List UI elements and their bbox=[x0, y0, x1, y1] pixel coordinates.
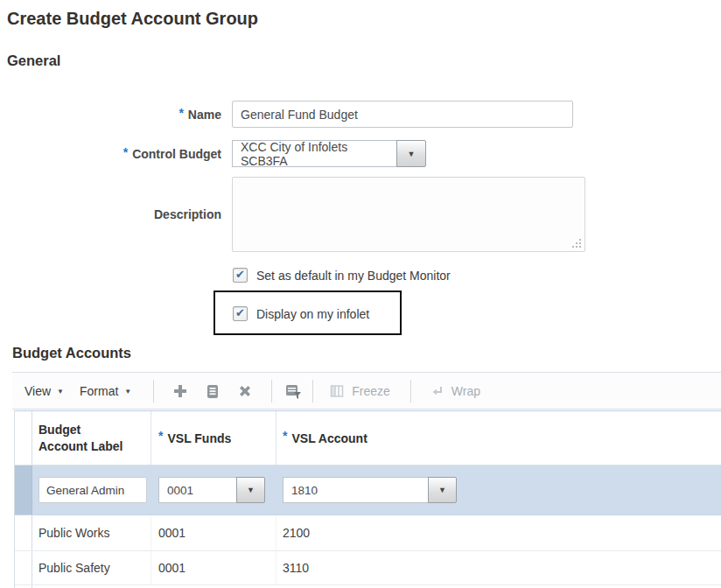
duplicate-icon bbox=[204, 382, 221, 400]
row-selector-header-cell[interactable] bbox=[15, 411, 32, 465]
description-label: Description bbox=[0, 177, 221, 252]
budget-accounts-table: Budget Account Label * VSL Funds * VSL A… bbox=[14, 410, 721, 588]
control-budget-dropdown[interactable]: XCC City of Infolets SCB3FA ▼ bbox=[232, 140, 426, 167]
format-menu-button[interactable]: Format ▼ bbox=[80, 384, 131, 398]
column-header-text: VSL Account bbox=[291, 431, 367, 445]
row-selector-cell[interactable] bbox=[15, 466, 32, 514]
vsl-funds-cell: 0001 ▼ bbox=[151, 466, 276, 514]
vsl-account-cell: 2100 bbox=[276, 515, 721, 550]
column-header-vsl-account[interactable]: * VSL Account bbox=[276, 411, 721, 465]
toolbar-separator bbox=[153, 380, 154, 402]
required-icon: * bbox=[178, 106, 183, 120]
wrap-button[interactable]: Wrap bbox=[429, 383, 480, 399]
vsl-funds-dropdown[interactable]: 0001 ▼ bbox=[158, 477, 265, 503]
table-row-selected[interactable]: 0001 ▼ 1810 ▼ bbox=[15, 466, 721, 515]
table-toolbar: View ▼ Format ▼ bbox=[12, 372, 721, 410]
required-icon: * bbox=[123, 145, 128, 159]
chevron-down-icon[interactable]: ▼ bbox=[396, 140, 426, 167]
column-header-vsl-funds[interactable]: * VSL Funds bbox=[151, 411, 276, 465]
freeze-label: Freeze bbox=[352, 384, 390, 398]
toolbar-separator bbox=[312, 380, 313, 402]
control-budget-label: * Control Budget bbox=[0, 140, 221, 167]
vsl-funds-cell: 0001 bbox=[151, 515, 276, 550]
table-row[interactable]: Public Works 0001 2100 bbox=[15, 515, 721, 551]
table-row[interactable]: Public Safety 0001 3110 bbox=[15, 551, 721, 585]
query-by-example-button[interactable] bbox=[284, 382, 303, 400]
column-header-text: Budget Account Label bbox=[38, 422, 130, 455]
toolbar-separator bbox=[271, 380, 272, 402]
view-menu-button[interactable]: View ▼ bbox=[24, 384, 64, 398]
budget-account-label-cell bbox=[32, 466, 151, 514]
default-monitor-checkbox-row: ✔ Set as default in my Budget Monitor bbox=[233, 268, 451, 283]
resize-grip-icon[interactable] bbox=[579, 246, 581, 248]
name-input[interactable] bbox=[232, 101, 573, 128]
chevron-down-icon: ▼ bbox=[57, 388, 64, 396]
chevron-down-icon[interactable]: ▼ bbox=[428, 477, 457, 503]
description-label-text: Description bbox=[154, 207, 221, 221]
section-heading-budget-accounts: Budget Accounts bbox=[12, 345, 131, 361]
name-label: * Name bbox=[0, 101, 221, 128]
column-header-text: VSL Funds bbox=[167, 431, 231, 445]
name-label-text: Name bbox=[188, 108, 221, 122]
budget-account-label-cell: Public Works bbox=[32, 515, 151, 550]
duplicate-row-button[interactable] bbox=[204, 382, 221, 400]
chevron-down-icon: ▼ bbox=[124, 388, 131, 396]
chevron-down-icon[interactable]: ▼ bbox=[236, 477, 265, 503]
description-field-frame bbox=[232, 177, 585, 252]
control-budget-label-text: Control Budget bbox=[132, 147, 221, 161]
description-textarea[interactable] bbox=[233, 178, 584, 251]
vsl-funds-cell: 0001 bbox=[151, 551, 276, 584]
infolet-checkbox-row: ✔ Display on my infolet bbox=[233, 306, 369, 321]
wrap-label: Wrap bbox=[452, 384, 480, 398]
default-monitor-checkbox-label: Set as default in my Budget Monitor bbox=[256, 269, 451, 283]
budget-account-label-cell: Public Safety bbox=[32, 551, 151, 584]
vsl-account-value[interactable]: 1810 bbox=[283, 477, 429, 503]
page: Create Budget Account Group General * Na… bbox=[0, 0, 721, 588]
view-menu-label: View bbox=[24, 384, 51, 398]
check-icon: ✔ bbox=[235, 307, 245, 318]
default-monitor-checkbox[interactable]: ✔ bbox=[233, 268, 248, 283]
infolet-checkbox[interactable]: ✔ bbox=[233, 306, 248, 321]
table-filter-icon bbox=[284, 382, 303, 400]
wrap-return-icon bbox=[429, 383, 444, 399]
required-icon: * bbox=[158, 429, 163, 443]
row-selector-cell[interactable] bbox=[15, 551, 32, 584]
delete-row-button[interactable] bbox=[236, 382, 254, 400]
toolbar-separator bbox=[410, 380, 411, 402]
section-heading-general: General bbox=[7, 52, 60, 69]
required-icon: * bbox=[283, 429, 287, 443]
plus-icon bbox=[172, 382, 189, 400]
control-budget-value[interactable]: XCC City of Infolets SCB3FA bbox=[232, 140, 397, 167]
table-header-row: Budget Account Label * VSL Funds * VSL A… bbox=[15, 411, 721, 466]
vsl-account-dropdown[interactable]: 1810 ▼ bbox=[283, 477, 457, 503]
vsl-account-cell: 3110 bbox=[276, 551, 721, 584]
vsl-account-cell: 1810 ▼ bbox=[276, 466, 721, 514]
format-menu-label: Format bbox=[80, 384, 118, 398]
infolet-checkbox-label: Display on my infolet bbox=[256, 307, 369, 321]
budget-account-label-input[interactable] bbox=[38, 477, 147, 503]
add-row-button[interactable] bbox=[172, 382, 189, 400]
vsl-funds-value[interactable]: 0001 bbox=[158, 477, 237, 503]
freeze-columns-icon bbox=[329, 383, 345, 399]
column-header-budget-account-label[interactable]: Budget Account Label bbox=[32, 411, 151, 465]
check-icon: ✔ bbox=[235, 269, 245, 280]
row-selector-cell[interactable] bbox=[15, 515, 32, 550]
page-title: Create Budget Account Group bbox=[7, 9, 258, 29]
delete-x-icon bbox=[236, 382, 254, 400]
freeze-button[interactable]: Freeze bbox=[329, 383, 390, 399]
